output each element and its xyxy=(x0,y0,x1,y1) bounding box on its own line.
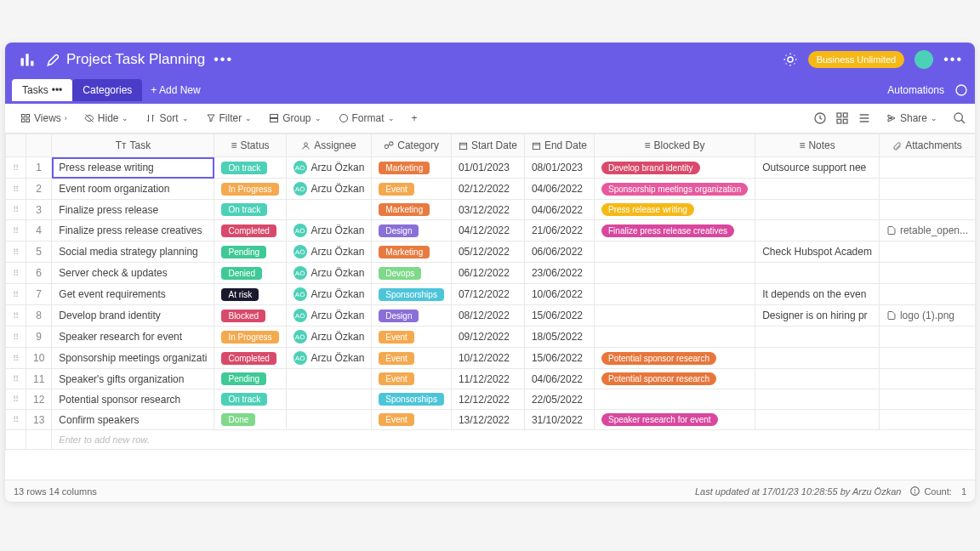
drag-handle-icon[interactable]: ⠿ xyxy=(6,348,26,369)
cell-blocked-by[interactable]: Finalize press release creatives xyxy=(594,220,755,241)
cell-status[interactable]: Pending xyxy=(214,241,286,263)
cell-assignee[interactable]: AÖArzu Özkan xyxy=(286,348,372,369)
cell-notes[interactable]: Outsource support nee xyxy=(755,157,880,179)
cell-end-date[interactable]: 04/06/2022 xyxy=(524,200,594,220)
col-start[interactable]: Start Date xyxy=(471,139,517,151)
cell-end-date[interactable]: 18/05/2022 xyxy=(524,327,594,348)
automations-link[interactable]: Automations xyxy=(887,84,944,96)
cell-status[interactable]: At risk xyxy=(214,284,286,305)
cell-category[interactable]: Sponsorships xyxy=(372,389,452,410)
cell-blocked-by[interactable] xyxy=(594,263,755,284)
cell-assignee[interactable] xyxy=(286,200,372,220)
cell-notes[interactable]: It depends on the even xyxy=(755,284,880,305)
drag-handle-icon[interactable]: ⠿ xyxy=(6,157,26,179)
cell-category[interactable]: Event xyxy=(372,410,452,430)
cell-end-date[interactable]: 15/06/2022 xyxy=(524,305,594,327)
tab-tasks[interactable]: Tasks••• xyxy=(12,79,72,101)
col-blocked[interactable]: Blocked By xyxy=(654,139,705,151)
table-row[interactable]: ⠿9Speaker research for eventIn ProgressA… xyxy=(6,327,976,348)
cell-task[interactable]: Social media strategy planning xyxy=(52,241,214,263)
table-row[interactable]: ⠿8Develop brand identityBlockedAÖArzu Öz… xyxy=(6,305,976,327)
cell-attachment[interactable] xyxy=(879,263,975,284)
cell-notes[interactable] xyxy=(755,327,880,348)
table-row[interactable]: ⠿2Event room organizationIn ProgressAÖAr… xyxy=(6,179,976,200)
cell-assignee[interactable] xyxy=(286,410,372,430)
cell-category[interactable]: Sponsorships xyxy=(372,284,452,305)
filter-button[interactable]: Filter⌄ xyxy=(199,109,259,128)
cell-status[interactable]: Completed xyxy=(214,348,286,369)
cell-status[interactable]: In Progress xyxy=(214,179,286,200)
cell-task[interactable]: Potential sponsor research xyxy=(52,389,214,410)
cell-attachment[interactable] xyxy=(879,179,975,200)
table-row[interactable]: ⠿11Speaker's gifts organizationPendingEv… xyxy=(6,369,976,389)
cell-notes[interactable] xyxy=(755,220,880,241)
cell-task[interactable]: Develop brand identity xyxy=(52,305,214,327)
cell-assignee[interactable]: AÖArzu Özkan xyxy=(286,327,372,348)
cell-status[interactable]: Completed xyxy=(214,220,286,241)
search-icon[interactable] xyxy=(953,111,966,125)
cell-end-date[interactable]: 10/06/2022 xyxy=(524,284,594,305)
cell-notes[interactable] xyxy=(755,348,880,369)
col-status[interactable]: Status xyxy=(241,139,270,151)
cell-attachment[interactable] xyxy=(879,410,975,430)
cell-category[interactable]: Event xyxy=(372,179,452,200)
cell-attachment[interactable] xyxy=(879,348,975,369)
cell-attachment[interactable] xyxy=(879,369,975,389)
cell-task[interactable]: Speaker's gifts organization xyxy=(52,369,214,389)
col-notes[interactable]: Notes xyxy=(808,139,835,151)
cell-task[interactable]: Confirm speakers xyxy=(52,410,214,430)
tab-categories[interactable]: Categories xyxy=(72,79,142,101)
cell-start-date[interactable]: 08/12/2022 xyxy=(451,305,524,327)
cell-blocked-by[interactable]: Potential sponsor research xyxy=(594,348,755,369)
list-view-icon[interactable] xyxy=(858,111,871,125)
cell-end-date[interactable]: 04/06/2022 xyxy=(524,179,594,200)
sort-button[interactable]: Sort⌄ xyxy=(139,109,195,128)
cell-blocked-by[interactable]: Sponsorship meetings organization xyxy=(594,179,755,200)
cell-end-date[interactable]: 15/06/2022 xyxy=(524,348,594,369)
cell-status[interactable]: On track xyxy=(214,389,286,410)
drag-handle-icon[interactable]: ⠿ xyxy=(6,284,26,305)
hide-button[interactable]: Hide⌄ xyxy=(77,109,136,128)
share-button[interactable]: Share⌄ xyxy=(880,109,944,128)
col-end[interactable]: End Date xyxy=(544,139,587,151)
chat-icon[interactable] xyxy=(954,83,968,97)
table-row[interactable]: ⠿5Social media strategy planningPendingA… xyxy=(6,241,976,263)
cell-status[interactable]: On track xyxy=(214,157,286,179)
new-row[interactable]: Enter to add new row. xyxy=(6,430,976,450)
group-button[interactable]: Group⌄ xyxy=(262,109,328,128)
cell-start-date[interactable]: 02/12/2022 xyxy=(451,179,524,200)
cell-notes[interactable] xyxy=(755,263,880,284)
drag-handle-icon[interactable]: ⠿ xyxy=(6,327,26,348)
cell-start-date[interactable]: 10/12/2022 xyxy=(451,348,524,369)
cell-assignee[interactable]: AÖArzu Özkan xyxy=(286,305,372,327)
table-row[interactable]: ⠿4Finalize press release creativesComple… xyxy=(6,220,976,241)
cell-status[interactable]: Done xyxy=(214,410,286,430)
cell-status[interactable]: On track xyxy=(214,200,286,220)
cell-end-date[interactable]: 06/06/2022 xyxy=(524,241,594,263)
table-row[interactable]: ⠿6Server check & updatesDeniedAÖArzu Özk… xyxy=(6,263,976,284)
cell-task[interactable]: Finalize press release creatives xyxy=(52,220,214,241)
cell-category[interactable]: Design xyxy=(372,305,452,327)
cell-notes[interactable]: Check Hubspot Academ xyxy=(755,241,880,263)
cell-end-date[interactable]: 04/06/2022 xyxy=(524,369,594,389)
table-container[interactable]: TтTask ≡Status Assignee ☍Category Start … xyxy=(5,133,975,480)
cell-start-date[interactable]: 09/12/2022 xyxy=(451,327,524,348)
cell-assignee[interactable]: AÖArzu Özkan xyxy=(286,179,372,200)
cell-assignee[interactable]: AÖArzu Özkan xyxy=(286,263,372,284)
table-row[interactable]: ⠿10Sponsorship meetings organizatiComple… xyxy=(6,348,976,369)
cell-attachment[interactable] xyxy=(879,389,975,410)
drag-handle-icon[interactable]: ⠿ xyxy=(6,369,26,389)
cell-blocked-by[interactable] xyxy=(594,389,755,410)
cell-assignee[interactable]: AÖArzu Özkan xyxy=(286,220,372,241)
cell-assignee[interactable]: AÖArzu Özkan xyxy=(286,157,372,179)
cell-end-date[interactable]: 21/06/2022 xyxy=(524,220,594,241)
cell-status[interactable]: Pending xyxy=(214,369,286,389)
cell-blocked-by[interactable]: Potential sponsor research xyxy=(594,369,755,389)
cell-start-date[interactable]: 12/12/2022 xyxy=(451,389,524,410)
drag-handle-icon[interactable]: ⠿ xyxy=(6,263,26,284)
drag-handle-icon[interactable]: ⠿ xyxy=(6,220,26,241)
drag-handle-icon[interactable]: ⠿ xyxy=(6,200,26,220)
cell-attachment[interactable] xyxy=(879,200,975,220)
table-row[interactable]: ⠿13Confirm speakersDoneEvent13/12/202231… xyxy=(6,410,976,430)
cell-task[interactable]: Finalize press release xyxy=(52,200,214,220)
